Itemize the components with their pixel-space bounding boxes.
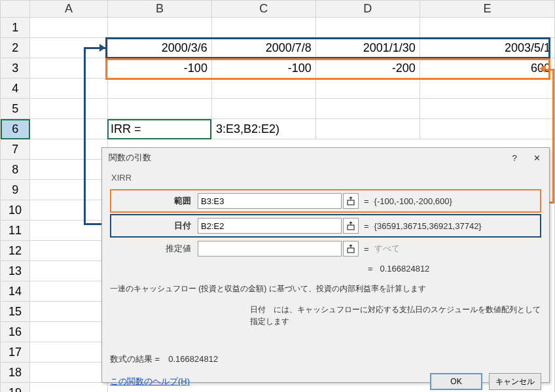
corner-cell[interactable] <box>1 1 30 18</box>
row-header-1[interactable]: 1 <box>1 18 30 38</box>
row-header-5[interactable]: 5 <box>1 99 30 119</box>
description-line1: 一連のキャッシュフロー (投資と収益の金額) に基づいて、投資の内部利益率を計算… <box>110 283 541 294</box>
row-header-6[interactable]: 6 <box>1 119 30 139</box>
cell-A16[interactable] <box>30 322 108 342</box>
cell-A1[interactable] <box>30 18 108 38</box>
calc-eq-sign: = <box>368 264 373 274</box>
arg-range-eval: {-100,-100,-200,600} <box>374 196 452 206</box>
ok-button[interactable]: OK <box>430 373 482 390</box>
cell-B2[interactable]: 2000/3/6 <box>107 38 211 58</box>
svg-rect-0 <box>348 200 354 205</box>
arg-range-eq: = <box>364 196 369 206</box>
cell-D2[interactable]: 2001/1/30 <box>315 38 420 58</box>
svg-rect-1 <box>348 225 354 230</box>
cell-B4[interactable] <box>107 79 211 99</box>
dialog-close-icon[interactable]: ✕ <box>531 152 543 164</box>
cell-A4[interactable] <box>30 79 108 99</box>
cell-B3[interactable]: -100 <box>107 58 211 79</box>
cell-A15[interactable] <box>30 302 108 322</box>
row-header-2[interactable]: 2 <box>1 38 30 58</box>
arg-range-input[interactable] <box>198 193 342 209</box>
cell-A13[interactable] <box>30 261 108 281</box>
cell-A7[interactable] <box>30 139 108 160</box>
cell-A6[interactable] <box>30 119 108 139</box>
col-header-C[interactable]: C <box>211 1 315 18</box>
cell-A2[interactable] <box>30 38 108 58</box>
row-header-12[interactable]: 12 <box>1 241 30 261</box>
row-header-3[interactable]: 3 <box>1 58 30 79</box>
cell-B1[interactable] <box>107 18 211 38</box>
row-header-15[interactable]: 15 <box>1 302 30 322</box>
row-header-19[interactable]: 19 <box>1 383 30 393</box>
cell-A10[interactable] <box>30 200 108 221</box>
cell-E4[interactable] <box>420 79 554 99</box>
cancel-button[interactable]: キャンセル <box>489 373 541 390</box>
arg-dates-eval: {36591,36715,36921,37742} <box>374 221 482 231</box>
cell-A19[interactable] <box>30 383 108 393</box>
cell-D6[interactable] <box>315 119 420 139</box>
arg-guess-eq: = <box>364 244 369 254</box>
arg-guess-picker-icon[interactable] <box>343 241 359 257</box>
row-header-18[interactable]: 18 <box>1 363 30 383</box>
cell-D4[interactable] <box>315 79 420 99</box>
function-arguments-dialog[interactable]: 関数の引数 ? ✕ XIRR 範囲 = {-100,-100,-200,600}… <box>101 147 550 383</box>
arg-dates-highlight: 日付 = {36591,36715,36921,37742} <box>110 214 541 238</box>
cell-B6[interactable]: IRR = <box>107 119 211 139</box>
cell-A8[interactable] <box>30 160 108 180</box>
col-header-A[interactable]: A <box>30 1 108 18</box>
row-header-8[interactable]: 8 <box>1 160 30 180</box>
arg-guess-eval: すべて <box>374 243 400 255</box>
cell-A5[interactable] <box>30 99 108 119</box>
arg-range-highlight: 範囲 = {-100,-100,-200,600} <box>110 189 541 213</box>
cell-E1[interactable] <box>420 18 554 38</box>
row-header-11[interactable]: 11 <box>1 221 30 241</box>
cell-C2[interactable]: 2000/7/8 <box>211 38 315 58</box>
cell-C6[interactable]: 3:E3,B2:E2) <box>211 119 315 139</box>
cell-A17[interactable] <box>30 342 108 363</box>
cell-D5[interactable] <box>315 99 420 119</box>
description-line2: 日付 には、キャッシュフローに対応する支払日のスケジュールを数値配列として指定し… <box>110 304 541 327</box>
cell-C3[interactable]: -100 <box>211 58 315 79</box>
row-header-7[interactable]: 7 <box>1 139 30 160</box>
row-header-10[interactable]: 10 <box>1 200 30 221</box>
col-header-E[interactable]: E <box>420 1 554 18</box>
arg-dates-label: 日付 <box>113 220 198 232</box>
cell-D1[interactable] <box>315 18 420 38</box>
arg-guess-label: 推定値 <box>113 243 198 255</box>
row-header-16[interactable]: 16 <box>1 322 30 342</box>
cell-A9[interactable] <box>30 180 108 200</box>
arg-dates-input[interactable] <box>198 218 342 234</box>
cell-A12[interactable] <box>30 241 108 261</box>
cell-A18[interactable] <box>30 363 108 383</box>
cell-A14[interactable] <box>30 281 108 302</box>
arg-range-label: 範囲 <box>113 195 198 207</box>
row-header-14[interactable]: 14 <box>1 281 30 302</box>
dialog-title-text: 関数の引数 <box>109 152 151 164</box>
cell-D3[interactable]: -200 <box>315 58 420 79</box>
row-header-9[interactable]: 9 <box>1 180 30 200</box>
col-header-D[interactable]: D <box>315 1 420 18</box>
row-header-4[interactable]: 4 <box>1 79 30 99</box>
cell-A11[interactable] <box>30 221 108 241</box>
function-help-link[interactable]: この関数のヘルプ(H) <box>110 376 190 387</box>
cell-E2[interactable]: 2003/5/1 <box>420 38 554 58</box>
arg-range-picker-icon[interactable] <box>343 193 359 209</box>
function-name: XIRR <box>111 173 541 183</box>
cell-E3[interactable]: 600 <box>420 58 554 79</box>
formula-result-line: 数式の結果 = 0.166824812 <box>110 353 541 365</box>
calc-result: 0.166824812 <box>380 264 429 274</box>
arg-dates-picker-icon[interactable] <box>343 218 359 234</box>
col-header-B[interactable]: B <box>107 1 211 18</box>
cell-C4[interactable] <box>211 79 315 99</box>
arg-guess-input[interactable] <box>198 241 342 257</box>
dialog-help-icon[interactable]: ? <box>509 152 520 164</box>
row-header-13[interactable]: 13 <box>1 261 30 281</box>
cell-E5[interactable] <box>420 99 554 119</box>
cell-C1[interactable] <box>211 18 315 38</box>
cell-C5[interactable] <box>211 99 315 119</box>
cell-B5[interactable] <box>107 99 211 119</box>
cell-A3[interactable] <box>30 58 108 79</box>
cell-E6[interactable] <box>420 119 554 139</box>
row-header-17[interactable]: 17 <box>1 342 30 363</box>
column-headers: A B C D E <box>1 1 555 18</box>
